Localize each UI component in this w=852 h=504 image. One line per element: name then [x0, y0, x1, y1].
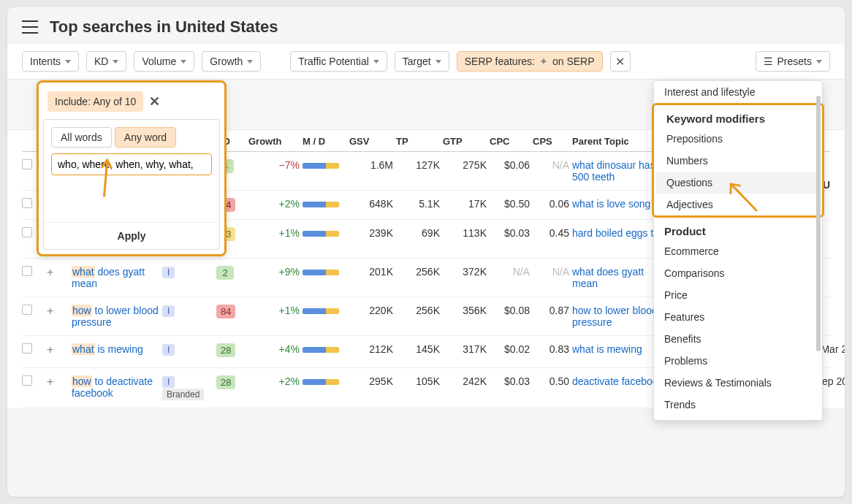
gsv-cell: 648K	[349, 198, 393, 210]
keyword-cell[interactable]: how to deactivate facebook	[72, 375, 159, 399]
intent-badge: I	[162, 376, 175, 388]
tab-all-words[interactable]: All words	[51, 127, 112, 148]
tp-cell: 5.1K	[396, 198, 440, 210]
col-gtp[interactable]: GTP	[443, 136, 487, 147]
row-checkbox[interactable]	[22, 375, 32, 386]
chevron-down-icon	[373, 60, 379, 64]
gtp-cell: 17K	[443, 198, 487, 210]
gtp-cell: 275K	[443, 159, 487, 171]
cpc-cell: $0.06	[490, 159, 530, 171]
expand-icon[interactable]: +	[47, 305, 53, 317]
row-checkbox[interactable]	[22, 159, 32, 169]
parent-topic-link[interactable]: deactivate facebook	[572, 375, 663, 387]
cps-cell: 0.45	[533, 227, 569, 239]
md-bar	[303, 231, 339, 237]
gsv-cell: 1.6M	[349, 159, 393, 171]
preset-comparisons[interactable]: Comparisons	[654, 262, 822, 284]
parent-topic-link[interactable]: what does gyatt mean	[572, 266, 644, 289]
presets-button[interactable]: ☰ Presets	[756, 51, 830, 72]
filter-intents[interactable]: Intents	[22, 51, 79, 72]
scrollbar[interactable]	[816, 96, 821, 351]
col-growth[interactable]: Growth	[248, 136, 300, 147]
tp-cell: 256K	[396, 305, 440, 316]
preset-header-modifiers: Keyword modifiers	[656, 105, 820, 128]
gtp-cell: 242K	[443, 375, 487, 387]
row-checkbox[interactable]	[22, 198, 32, 208]
filter-target[interactable]: Target	[395, 51, 449, 72]
gtp-cell: 317K	[443, 343, 487, 355]
gsv-cell: 239K	[349, 227, 393, 239]
md-bar	[303, 202, 339, 207]
preset-benefits[interactable]: Benefits	[654, 328, 822, 350]
intents-cell: I	[162, 305, 213, 317]
preset-problems[interactable]: Problems	[654, 350, 822, 372]
preset-trends[interactable]: Trends	[654, 394, 822, 416]
gtp-cell: 356K	[443, 305, 487, 316]
expand-icon[interactable]: +	[47, 375, 53, 388]
md-bar	[303, 347, 339, 353]
include-chip[interactable]: Include: Any of 10	[47, 91, 143, 112]
filter-kd[interactable]: KD	[86, 51, 126, 72]
gsv-cell: 295K	[349, 375, 393, 387]
kd-badge: 2	[216, 266, 234, 280]
chevron-down-icon	[816, 60, 822, 64]
parent-topic-link[interactable]: what dinosaur has 500 teeth	[572, 159, 655, 183]
keyword-cell[interactable]: how to lower blood pressure	[72, 305, 159, 328]
row-checkbox[interactable]	[22, 305, 32, 315]
col-cpc[interactable]: CPC	[490, 136, 530, 147]
cps-cell: 0.87	[533, 305, 569, 316]
apply-button[interactable]: Apply	[44, 222, 219, 249]
page-title: Top searches in United States	[50, 18, 278, 37]
col-md[interactable]: M / D	[303, 136, 346, 147]
tp-cell: 69K	[396, 227, 440, 239]
col-tp[interactable]: TP	[396, 136, 440, 147]
expand-icon[interactable]: +	[47, 343, 53, 356]
serp-features-clear[interactable]: ✕	[610, 51, 631, 72]
cpc-cell: $0.03	[490, 375, 530, 387]
keyword-cell[interactable]: what does gyatt mean	[72, 266, 159, 289]
sliders-icon: ☰	[764, 56, 773, 67]
parent-topic-link[interactable]: what is love song	[572, 198, 650, 210]
filter-traffic-potential[interactable]: Traffic Potential	[290, 51, 387, 72]
include-clear-icon[interactable]: ✕	[149, 93, 160, 110]
sparkle-icon: ✦	[539, 56, 548, 67]
cpc-cell: $0.50	[490, 198, 530, 210]
preset-reviews[interactable]: Reviews & Testimonials	[654, 372, 822, 394]
filter-serp-features[interactable]: SERP features: ✦ on SERP	[457, 51, 603, 72]
hamburger-icon[interactable]	[22, 20, 38, 34]
preset-header-product: Product	[654, 218, 822, 240]
col-cps[interactable]: CPS	[533, 136, 569, 147]
row-checkbox[interactable]	[22, 227, 32, 237]
tab-any-word[interactable]: Any word	[115, 127, 176, 148]
preset-ecommerce[interactable]: Ecommerce	[654, 240, 822, 262]
keyword-cell[interactable]: what is mewing	[72, 343, 159, 355]
filter-volume[interactable]: Volume	[134, 51, 194, 72]
kd-badge: 28	[216, 375, 235, 389]
filter-growth[interactable]: Growth	[202, 51, 261, 72]
intents-cell: IBranded	[162, 375, 213, 400]
expand-icon[interactable]: +	[47, 266, 53, 278]
intent-badge: I	[162, 344, 175, 356]
preset-interest-lifestyle[interactable]: Interest and lifestyle	[654, 81, 822, 103]
kd-badge: 28	[216, 343, 235, 357]
parent-topic-link[interactable]: how to lower blood pressure	[572, 305, 658, 328]
tp-cell: 145K	[396, 343, 440, 355]
chevron-down-icon	[113, 60, 118, 64]
preset-numbers[interactable]: Numbers	[656, 150, 820, 172]
preset-price[interactable]: Price	[654, 284, 822, 306]
row-checkbox[interactable]	[22, 266, 32, 276]
row-checkbox[interactable]	[22, 343, 32, 354]
cps-cell: 0.50	[533, 375, 569, 387]
col-gsv[interactable]: GSV	[349, 136, 393, 147]
preset-prepositions[interactable]: Prepositions	[656, 128, 820, 150]
preset-features[interactable]: Features	[654, 306, 822, 328]
chevron-down-icon	[435, 60, 441, 64]
filter-bar: Intents KD Volume Growth Traffic Potenti…	[7, 51, 845, 79]
kd-badge: 84	[216, 305, 235, 318]
cps-cell: N/A	[533, 266, 569, 278]
gtp-cell: 372K	[443, 266, 487, 278]
intents-cell: I	[162, 266, 213, 278]
gsv-cell: 212K	[349, 343, 393, 355]
parent-topic-link[interactable]: what is mewing	[572, 343, 642, 355]
gtp-cell: 113K	[443, 227, 487, 239]
